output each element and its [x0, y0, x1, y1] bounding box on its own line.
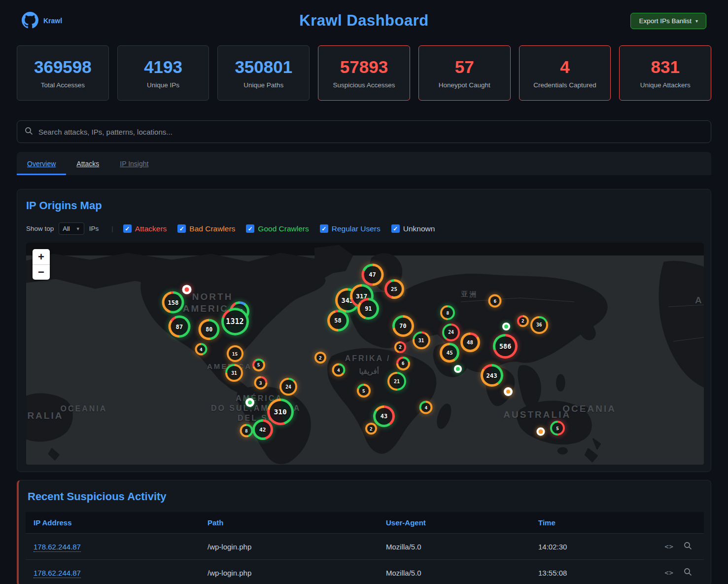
map-geo-label: OCEANIA: [60, 404, 107, 413]
show-top-select[interactable]: All ▼: [59, 222, 84, 235]
map-cluster-marker[interactable]: 5: [252, 359, 265, 371]
map-cluster-marker[interactable]: 586: [493, 334, 518, 359]
map-dot-marker[interactable]: [504, 387, 513, 396]
col-time: Time: [530, 512, 619, 534]
map-cluster-marker[interactable]: 58: [327, 310, 349, 331]
search-input[interactable]: [38, 128, 703, 136]
map-filter-good-crawlers[interactable]: ✓Good Crawlers: [246, 224, 309, 233]
stat-card-suspicious-accesses: 57893Suspicious Accesses: [318, 45, 410, 101]
map-cluster-marker[interactable]: 25: [384, 279, 404, 299]
stat-label: Unique IPs: [147, 81, 179, 89]
export-banlist-button[interactable]: Export IPs Banlist ▾: [630, 13, 706, 29]
checkbox-checked-icon[interactable]: ✓: [177, 224, 186, 233]
map-cluster-marker[interactable]: 70: [392, 315, 414, 337]
zoom-in-button[interactable]: +: [33, 249, 50, 264]
stat-card-unique-paths: 350801Unique Paths: [217, 45, 310, 101]
caret-down-icon: ▾: [695, 18, 698, 24]
map-cluster-marker[interactable]: 24: [279, 378, 297, 396]
checkbox-checked-icon[interactable]: ✓: [391, 224, 400, 233]
map-cluster-marker[interactable]: 2: [394, 341, 406, 353]
checkbox-checked-icon[interactable]: ✓: [123, 224, 132, 233]
map-cluster-marker[interactable]: 243: [481, 364, 503, 387]
map-filter-unknown[interactable]: ✓Unknown: [391, 224, 435, 233]
tab-bar: Overview Attacks IP Insight: [17, 152, 711, 175]
ips-label: IPs: [89, 225, 99, 232]
tab-overview[interactable]: Overview: [17, 152, 66, 175]
map-cluster-marker[interactable]: 1312: [221, 308, 249, 335]
checkbox-checked-icon[interactable]: ✓: [320, 224, 328, 233]
map-cluster-marker[interactable]: 47: [361, 263, 383, 286]
map-cluster-marker[interactable]: 21: [387, 372, 406, 391]
ip-origins-map-card: IP Origins Map Show top All ▼ IPs | ✓Att…: [17, 189, 711, 472]
checkbox-checked-icon[interactable]: ✓: [246, 224, 254, 233]
stat-card-honeypot-caught: 57Honeypot Caught: [418, 45, 511, 101]
map-geo-label: AUSTRALIA: [503, 409, 571, 420]
map-dot-marker[interactable]: [245, 398, 254, 407]
filter-label: Bad Crawlers: [189, 224, 235, 233]
stat-card-unique-ips: 4193Unique IPs: [117, 45, 209, 101]
map-cluster-marker[interactable]: 36: [530, 316, 548, 334]
map-cluster-marker[interactable]: 4: [195, 343, 207, 356]
map-cluster-marker[interactable]: 8: [440, 305, 455, 320]
map-dot-marker[interactable]: [502, 323, 510, 330]
code-icon[interactable]: <>: [664, 543, 674, 550]
stat-label: Unique Paths: [243, 81, 283, 89]
map-controls: Show top All ▼ IPs | ✓Attackers✓Bad Craw…: [26, 222, 704, 235]
page-title: Krawl Dashboard: [0, 12, 728, 30]
map-cluster-marker[interactable]: 15: [227, 345, 243, 362]
map-cluster-marker[interactable]: 42: [252, 419, 273, 440]
map-cluster-marker[interactable]: 158: [162, 292, 184, 314]
world-map[interactable]: + − NORTHAMERICAAMERICAAMÉRICADO SUL;AMÉ…: [26, 243, 704, 465]
divider: |: [111, 225, 113, 232]
map-cluster-marker[interactable]: 2: [314, 352, 326, 364]
map-filter-bad-crawlers[interactable]: ✓Bad Crawlers: [177, 224, 235, 233]
map-cluster-marker[interactable]: 310: [267, 399, 294, 425]
stat-value: 4: [560, 57, 569, 77]
map-cluster-marker[interactable]: 24: [442, 324, 460, 341]
map-cluster-marker[interactable]: 6: [396, 357, 410, 370]
map-cluster-marker[interactable]: 3: [254, 376, 267, 389]
map-cluster-marker[interactable]: 80: [199, 319, 220, 340]
map-geo-label: OCEANIA: [562, 403, 616, 414]
map-cluster-marker[interactable]: 31: [413, 331, 430, 349]
map-cluster-marker[interactable]: 31: [225, 364, 243, 382]
map-cluster-marker[interactable]: 5: [357, 384, 371, 398]
tab-ip-insight[interactable]: IP Insight: [109, 152, 159, 175]
map-cluster-marker[interactable]: 8: [240, 424, 253, 438]
map-zoom-control: + −: [33, 249, 50, 280]
header: Krawl Krawl Dashboard Export IPs Banlist…: [0, 0, 728, 41]
stat-card-total-accesses: 369598Total Accesses: [17, 45, 109, 101]
map-dot-marker[interactable]: [454, 365, 462, 373]
map-cluster-marker[interactable]: 2: [517, 315, 529, 327]
map-cluster-marker[interactable]: 87: [168, 316, 190, 338]
ip-address-link[interactable]: 178.62.244.87: [34, 569, 81, 578]
filter-label: Good Crawlers: [258, 224, 309, 233]
map-cluster-marker[interactable]: 4: [332, 363, 345, 376]
inspect-search-icon[interactable]: [684, 542, 692, 551]
stat-value: 350801: [235, 57, 292, 77]
ip-address-link[interactable]: 178.62.244.87: [34, 543, 81, 552]
map-dot-marker[interactable]: [536, 427, 545, 436]
map-cluster-marker[interactable]: 43: [373, 405, 395, 427]
map-cluster-marker[interactable]: 45: [440, 343, 459, 363]
map-cluster-marker[interactable]: 4: [419, 401, 433, 414]
code-icon[interactable]: <>: [664, 569, 674, 577]
map-cluster-marker[interactable]: 91: [357, 298, 379, 320]
map-filter-regular-users[interactable]: ✓Regular Users: [320, 224, 381, 233]
map-dot-marker[interactable]: [182, 285, 191, 294]
map-filters: ✓Attackers✓Bad Crawlers✓Good Crawlers✓Re…: [123, 224, 446, 233]
map-cluster-marker[interactable]: 48: [460, 332, 480, 352]
map-filter-attackers[interactable]: ✓Attackers: [123, 224, 167, 233]
map-cluster-marker[interactable]: 5: [550, 421, 565, 436]
map-cluster-marker[interactable]: 2: [365, 423, 377, 435]
map-geo-label: أفريقيا: [359, 367, 379, 376]
col-path: Path: [200, 512, 378, 534]
map-cluster-marker[interactable]: 6: [488, 294, 502, 307]
col-ip-address: IP Address: [26, 512, 200, 534]
inspect-search-icon[interactable]: [684, 568, 692, 578]
zoom-out-button[interactable]: −: [33, 264, 50, 280]
activity-section-title: Recent Suspicious Activity: [26, 490, 704, 503]
map-section-title: IP Origins Map: [26, 199, 704, 212]
map-geo-label: AFRIKA /: [345, 354, 391, 363]
tab-attacks[interactable]: Attacks: [66, 152, 109, 175]
